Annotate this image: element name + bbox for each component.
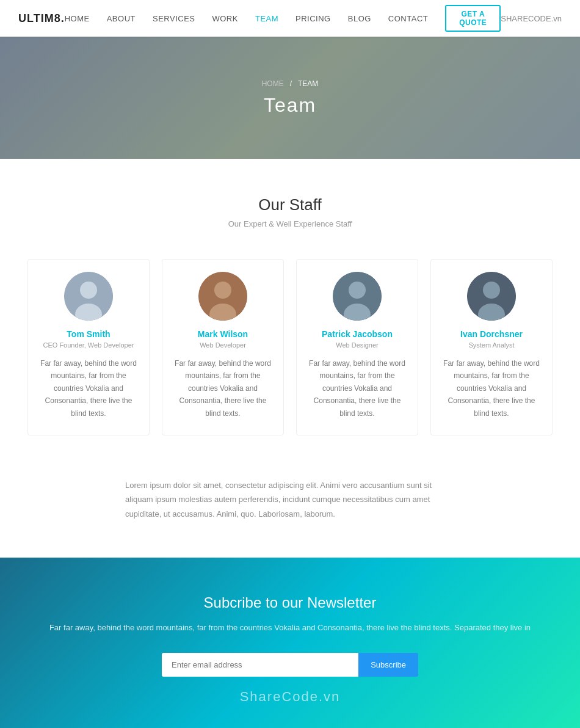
avatar-ivan-image: [467, 272, 516, 321]
member-role-tom: CEO Founder, Web Developer: [37, 341, 140, 349]
member-name-tom: Tom Smith: [37, 329, 140, 339]
lorem-text: Lorem ipsum dolor sit amet, consectetur …: [125, 478, 455, 521]
staff-section-subtitle: Our Expert & Well Experience Staff: [18, 219, 562, 228]
member-role-patrick: Web Designer: [306, 341, 408, 349]
nav-team[interactable]: TEAM: [255, 14, 278, 23]
get-quote-button[interactable]: GET A QUOTE: [445, 5, 501, 32]
team-card-patrick: Patrick Jacobson Web Designer Far far aw…: [296, 259, 418, 435]
nav-about[interactable]: ABOUT: [107, 14, 136, 23]
newsletter-desc: Far far away, behind the word mountains,…: [18, 621, 562, 635]
avatar-mark: [198, 272, 247, 321]
nav-logo: ULTIM8.: [18, 12, 65, 25]
avatar-tom: [64, 272, 113, 321]
breadcrumb: HOME / TEAM: [262, 79, 319, 88]
email-input[interactable]: [162, 653, 358, 677]
hero-section: HOME / TEAM Team: [0, 37, 580, 159]
avatar-tom-image: [64, 272, 113, 321]
svg-point-1: [80, 282, 97, 299]
newsletter-section: Subcribe to our Newsletter Far far away,…: [0, 558, 580, 728]
newsletter-form: Subscribe: [162, 653, 418, 677]
avatar-mark-image: [198, 272, 247, 321]
member-desc-patrick: Far far away, behind the word mountains,…: [306, 357, 408, 420]
nav-home[interactable]: HOME: [65, 14, 90, 23]
lorem-section: Lorem ipsum dolor sit amet, consectetur …: [107, 478, 473, 521]
nav-pricing[interactable]: PRICING: [295, 14, 331, 23]
svg-point-7: [349, 282, 366, 299]
sharecode-watermark: ShareCode.vn: [18, 689, 562, 705]
sharecode-logo: SHARECODE.vn: [501, 14, 562, 23]
avatar-ivan: [467, 272, 516, 321]
staff-section-title: Our Staff: [18, 195, 562, 214]
avatar-patrick-image: [333, 272, 382, 321]
team-card-tom: Tom Smith CEO Founder, Web Developer Far…: [27, 259, 150, 435]
team-grid: Tom Smith CEO Founder, Web Developer Far…: [18, 259, 562, 435]
member-desc-ivan: Far far away, behind the word mountains,…: [440, 357, 543, 420]
member-role-ivan: System Analyst: [440, 341, 543, 349]
nav-blog[interactable]: BLOG: [348, 14, 371, 23]
staff-section: Our Staff Our Expert & Well Experience S…: [0, 159, 580, 460]
member-name-patrick: Patrick Jacobson: [306, 329, 408, 339]
avatar-patrick: [333, 272, 382, 321]
page-title: Team: [264, 94, 316, 117]
team-card-mark: Mark Wilson Web Developer Far far away, …: [162, 259, 284, 435]
nav-services[interactable]: SERVICES: [153, 14, 195, 23]
member-desc-mark: Far far away, behind the word mountains,…: [172, 357, 274, 420]
member-name-ivan: Ivan Dorchsner: [440, 329, 543, 339]
newsletter-title: Subcribe to our Newsletter: [18, 594, 562, 611]
nav-right: SHARECODE.vn: [501, 14, 562, 23]
member-role-mark: Web Developer: [172, 341, 274, 349]
subscribe-button[interactable]: Subscribe: [358, 653, 418, 677]
breadcrumb-home[interactable]: HOME: [262, 79, 284, 88]
svg-point-4: [214, 282, 231, 299]
member-name-mark: Mark Wilson: [172, 329, 274, 339]
svg-point-10: [483, 282, 500, 299]
member-desc-tom: Far far away, behind the word mountains,…: [37, 357, 140, 420]
navbar: ULTIM8. HOME ABOUT SERVICES WORK TEAM PR…: [0, 0, 580, 37]
team-card-ivan: Ivan Dorchsner System Analyst Far far aw…: [430, 259, 553, 435]
nav-work[interactable]: WORK: [212, 14, 237, 23]
nav-contact[interactable]: CONTACT: [388, 14, 428, 23]
breadcrumb-current: TEAM: [298, 79, 318, 88]
nav-links: HOME ABOUT SERVICES WORK TEAM PRICING BL…: [65, 5, 501, 32]
